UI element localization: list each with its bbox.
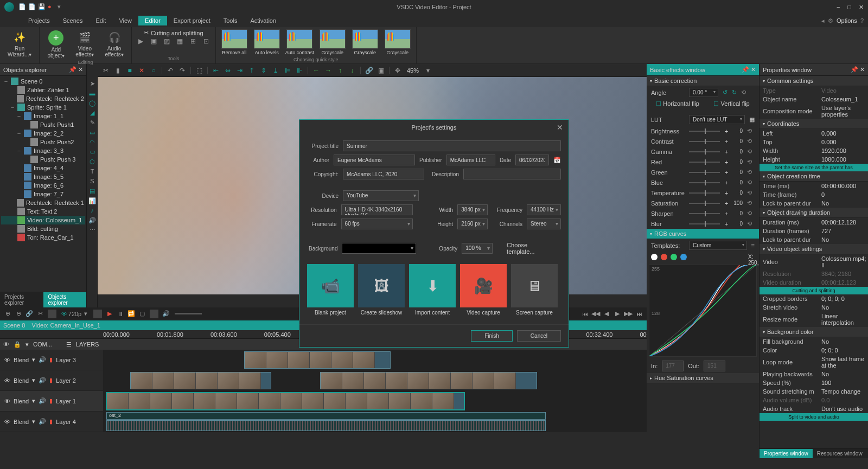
tree-item[interactable]: Push: Push 3 (1, 155, 85, 164)
style-thumb-3[interactable] (320, 29, 346, 49)
sound-icon[interactable]: 🔊 (39, 377, 46, 384)
eye2-icon[interactable]: 👁 (3, 341, 9, 348)
menu-tools[interactable]: Tools (217, 16, 244, 25)
volume-icon[interactable]: 🔊 (162, 310, 170, 318)
arr-l-icon[interactable]: ← (311, 66, 321, 75)
cutting-splitting-button[interactable]: Cutting and splitting (151, 30, 203, 36)
align-c-icon[interactable]: ⇔ (223, 66, 233, 75)
layer-track[interactable] (103, 391, 647, 411)
layer-row[interactable]: 👁Blend▾🔊▮Layer 4ost_2 (0, 412, 647, 432)
prop-row[interactable]: Resolution3840; 2160 (760, 269, 868, 278)
prop-row[interactable]: Object nameColosseum_1 (760, 95, 868, 104)
arr-r-icon[interactable]: → (323, 66, 333, 75)
close-panel-icon[interactable]: ✕ (78, 66, 83, 73)
style-thumb-4[interactable] (352, 29, 378, 49)
layer-row[interactable]: 👁Blend▾🔊▮Layer 2 (0, 370, 647, 391)
menu-projects[interactable]: Projects (22, 16, 56, 25)
hue-saturation-section[interactable]: ▸Hue Saturation curves (647, 373, 759, 383)
prop-row[interactable]: Playing backwardsNo (760, 370, 868, 378)
marker-icon[interactable]: ▮ (113, 66, 123, 75)
tree-item[interactable]: Text: Text 2 (1, 207, 85, 216)
tree-item[interactable]: Video: Colosseum_1 (1, 216, 85, 224)
pen-icon[interactable]: ✎ (88, 118, 97, 127)
prev-icon[interactable]: ⏮ (580, 310, 589, 318)
channels-combo[interactable]: Stereo (527, 219, 561, 229)
lut-combo[interactable]: Don't use LUT (689, 115, 745, 124)
align-m-icon[interactable]: ⇕ (259, 66, 269, 75)
prop-row[interactable]: Color0; 0; 0 (760, 346, 868, 355)
tb-icon-3[interactable]: 💾 (38, 3, 46, 11)
tree-item[interactable]: Ton: Race_Car_1 (1, 233, 85, 242)
templates-menu-icon[interactable]: ≡ (751, 242, 755, 249)
finish-button[interactable]: Finish (471, 330, 513, 342)
sound-icon[interactable]: 🔊 (39, 418, 46, 425)
eye-icon[interactable]: 👁 (60, 310, 68, 318)
resources-tab[interactable]: Resources window (813, 449, 867, 458)
chart-icon[interactable]: 📊 (88, 196, 97, 205)
dialog-close-icon[interactable]: ✕ (557, 123, 563, 132)
tree-item[interactable]: Push: Push1 (1, 120, 85, 129)
tree-item[interactable]: Image: 5_5 (1, 172, 85, 181)
style-thumb-1[interactable] (254, 29, 280, 49)
date-input[interactable] (515, 155, 549, 165)
templates-combo[interactable]: Custom (689, 241, 747, 250)
frequency-combo[interactable]: 44100 Hz (527, 204, 561, 215)
gamma-slider[interactable] (689, 151, 720, 152)
loop-icon[interactable]: 🔁 (127, 310, 136, 318)
tool-icon-1[interactable]: ▶ (136, 36, 146, 46)
menu-scenes[interactable]: Scenes (56, 16, 90, 25)
reset-icon[interactable]: ⟲ (747, 148, 755, 155)
prop-row[interactable]: Time (frame)0 (760, 190, 868, 199)
prop-row[interactable]: Lock to parent durNo (760, 199, 868, 208)
reset-icon[interactable]: ⟲ (747, 138, 755, 145)
tree-item[interactable]: −Image: 1_1 (1, 112, 85, 120)
add-object-button[interactable]: + Add object▾ (44, 29, 68, 60)
rgb-curves-editor[interactable]: 255 128 (649, 265, 757, 357)
prop-row[interactable]: Width1920.000 (760, 146, 868, 155)
prop-row[interactable]: Loop modeShow last frame at the (760, 355, 868, 370)
rotate-ccw-icon[interactable]: ↺ (723, 89, 727, 96)
out-spinner[interactable]: 151 (704, 361, 725, 371)
action-strip[interactable]: Cutting and splitting (760, 287, 868, 294)
reset-icon[interactable]: ⟲ (747, 189, 755, 196)
prop-row[interactable]: Time (ms)00:00:00.000 (760, 182, 868, 190)
sound-icon[interactable]: 🔊 (88, 216, 97, 224)
tree-item[interactable]: −Sprite: Sprite 1 (1, 103, 85, 112)
red-channel-dot[interactable] (661, 254, 667, 260)
template-video-capture[interactable]: 🎥Video capture (460, 264, 507, 316)
shape1-icon[interactable]: ▬ (88, 89, 97, 98)
basic-correction-section[interactable]: ▾Basic correction (647, 76, 759, 86)
layer-track[interactable] (103, 350, 647, 370)
section-head[interactable]: ▾Object creation time (760, 171, 868, 182)
caret-icon[interactable]: ◂ (821, 17, 825, 24)
pause-icon[interactable]: ⏸ (116, 310, 125, 318)
zoom-dd-icon[interactable]: ▾ (423, 66, 433, 75)
copyright-input[interactable] (343, 169, 424, 179)
white-channel-dot[interactable] (651, 254, 658, 260)
template-blank-project[interactable]: 📹Blank project (307, 264, 354, 316)
align-l-icon[interactable]: ⇤ (211, 66, 221, 75)
shape6-icon[interactable]: ⬭ (88, 147, 97, 156)
video-effects-button[interactable]: 🎬 Video effects▾ (72, 29, 97, 60)
vflip-checkbox[interactable]: ☐ Vertical flip (713, 100, 749, 107)
maximize-icon[interactable]: □ (847, 4, 851, 11)
layer-track[interactable]: ost_2 (103, 412, 647, 432)
back-icon[interactable]: ◀ (602, 310, 611, 318)
res-label[interactable]: 720p (71, 310, 79, 318)
prop-row[interactable]: Duration (ms)00:00:12.128 (760, 218, 868, 227)
cut-icon[interactable]: ✂ (101, 66, 111, 75)
next-icon[interactable]: ⏭ (635, 310, 643, 318)
tree-item[interactable]: Push: Push2 (1, 138, 85, 146)
more-icon[interactable]: ⋯ (88, 226, 97, 234)
action-strip[interactable]: Split to video and audio (760, 413, 868, 421)
menu-view[interactable]: View (112, 16, 138, 25)
x-red-icon[interactable]: ✕ (137, 66, 146, 75)
run-wizard-button[interactable]: ✨ Run Wizard...▾ (4, 29, 35, 59)
properties-tab[interactable]: Properties window (760, 449, 813, 458)
prop-row[interactable]: Speed (%)100 (760, 378, 868, 387)
tb-icon-1[interactable]: 📄 (18, 3, 26, 11)
background-combo[interactable] (342, 243, 416, 254)
rgb-curves-section[interactable]: ▾RGB curves (647, 229, 759, 239)
cancel-button[interactable]: Cancel (517, 330, 561, 342)
move-icon[interactable]: ✥ (393, 66, 403, 75)
